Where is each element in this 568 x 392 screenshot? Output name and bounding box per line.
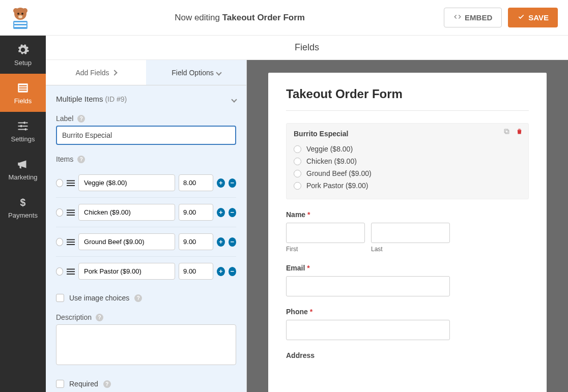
item-add-button[interactable]: + — [217, 237, 224, 247]
label-input[interactable] — [56, 126, 236, 145]
svg-point-3 — [17, 13, 19, 15]
field-type-header[interactable]: Multiple Items (ID #9) — [56, 95, 236, 103]
drag-handle-icon[interactable] — [67, 179, 75, 187]
radio-icon — [294, 170, 301, 177]
first-name-input[interactable] — [286, 223, 365, 243]
last-name-input[interactable] — [371, 223, 450, 243]
item-default-radio[interactable] — [56, 179, 63, 187]
item-price-input[interactable] — [179, 174, 213, 191]
tab-add-fields[interactable]: Add Fields — [46, 60, 146, 85]
required-checkbox[interactable] — [56, 380, 64, 388]
embed-button[interactable]: EMBED — [444, 8, 502, 27]
nav-setup-label: Setup — [14, 59, 32, 67]
svg-rect-10 — [19, 85, 26, 86]
svg-point-15 — [24, 128, 26, 130]
item-name-input[interactable] — [78, 263, 175, 280]
help-icon[interactable]: ? — [134, 294, 142, 302]
help-icon[interactable]: ? — [77, 115, 85, 123]
form-name: Takeout Order Form — [222, 13, 305, 22]
svg-point-5 — [18, 15, 22, 18]
item-price-input[interactable] — [179, 233, 213, 250]
item-remove-button[interactable]: − — [229, 267, 236, 276]
item-price-input[interactable] — [179, 204, 213, 221]
svg-rect-28 — [67, 274, 75, 275]
form-preview[interactable]: Takeout Order Form Burrito Especial Vegg… — [247, 60, 568, 392]
sliders-icon — [16, 119, 30, 133]
panel-header: Fields — [46, 36, 568, 60]
nav-settings-label: Settings — [11, 135, 35, 143]
svg-rect-23 — [67, 239, 75, 240]
drag-handle-icon[interactable] — [67, 268, 75, 275]
item-name-input[interactable] — [78, 174, 175, 191]
svg-rect-18 — [67, 183, 75, 184]
items-caption: Items — [56, 155, 73, 163]
nav-marketing[interactable]: Marketing — [0, 150, 46, 188]
item-row: +− — [56, 256, 236, 286]
svg-point-14 — [20, 125, 22, 127]
phone-input[interactable] — [286, 320, 450, 340]
svg-point-13 — [23, 122, 25, 124]
drag-handle-icon[interactable] — [67, 238, 75, 246]
item-name-input[interactable] — [78, 204, 175, 221]
radio-option[interactable]: Pork Pastor ($9.00) — [294, 179, 521, 192]
label-caption: Label — [56, 114, 73, 123]
side-nav: Setup Fields Settings Marketing $ Paymen… — [0, 36, 46, 392]
phone-label: Phone * — [286, 308, 529, 316]
svg-rect-22 — [67, 215, 75, 216]
chevron-down-icon — [231, 97, 237, 102]
item-default-radio[interactable] — [56, 208, 63, 217]
svg-rect-24 — [67, 242, 75, 243]
help-icon[interactable]: ? — [96, 314, 103, 321]
save-button[interactable]: SAVE — [508, 8, 558, 27]
radio-option[interactable]: Veggie ($8.00) — [294, 143, 521, 155]
top-bar: Now editing Takeout Order Form EMBED SAV… — [0, 0, 568, 36]
save-label: SAVE — [528, 13, 549, 22]
help-icon[interactable]: ? — [77, 156, 85, 163]
item-name-input[interactable] — [78, 233, 175, 250]
gear-icon — [16, 43, 30, 56]
last-sublabel: Last — [371, 246, 450, 253]
item-add-button[interactable]: + — [217, 208, 224, 217]
nav-payments[interactable]: $ Payments — [0, 188, 46, 226]
bullhorn-icon — [16, 158, 30, 171]
preview-form-title: Takeout Order Form — [286, 87, 529, 101]
delete-icon[interactable] — [516, 128, 523, 137]
nav-settings[interactable]: Settings — [0, 112, 46, 150]
item-default-radio[interactable] — [56, 267, 63, 276]
item-add-button[interactable]: + — [217, 178, 224, 188]
field-type-title: Multiple Items — [56, 95, 103, 103]
description-caption: Description — [56, 313, 92, 321]
app-logo — [5, 3, 36, 33]
selected-field[interactable]: Burrito Especial Veggie ($8.00)Chicken (… — [286, 123, 529, 199]
radio-icon — [294, 182, 301, 190]
nav-setup[interactable]: Setup — [0, 36, 46, 74]
item-row: +− — [56, 168, 236, 197]
svg-rect-6 — [13, 21, 27, 29]
email-input[interactable] — [286, 276, 450, 296]
svg-rect-12 — [19, 89, 26, 91]
item-remove-button[interactable]: − — [229, 237, 236, 247]
radio-option[interactable]: Ground Beef ($9.00) — [294, 167, 521, 179]
description-input[interactable] — [56, 324, 236, 365]
item-add-button[interactable]: + — [217, 267, 224, 276]
nav-fields[interactable]: Fields — [0, 74, 46, 112]
svg-rect-8 — [14, 25, 26, 27]
radio-option-label: Veggie ($8.00) — [306, 145, 353, 153]
item-default-radio[interactable] — [56, 238, 63, 246]
help-icon[interactable]: ? — [103, 380, 111, 388]
radio-option-label: Ground Beef ($9.00) — [306, 169, 372, 177]
svg-rect-30 — [504, 129, 508, 133]
item-remove-button[interactable]: − — [229, 208, 236, 217]
drag-handle-icon[interactable] — [67, 209, 75, 216]
svg-text:$: $ — [20, 196, 26, 207]
name-label: Name * — [286, 210, 529, 219]
form-icon — [16, 81, 30, 95]
image-choices-checkbox[interactable] — [56, 294, 64, 302]
duplicate-icon[interactable] — [503, 128, 510, 137]
svg-rect-29 — [505, 130, 509, 134]
radio-option[interactable]: Chicken ($9.00) — [294, 155, 521, 167]
address-label: Address — [286, 351, 529, 359]
item-remove-button[interactable]: − — [229, 178, 236, 188]
item-price-input[interactable] — [179, 263, 213, 280]
tab-field-options[interactable]: Field Options — [146, 60, 246, 85]
